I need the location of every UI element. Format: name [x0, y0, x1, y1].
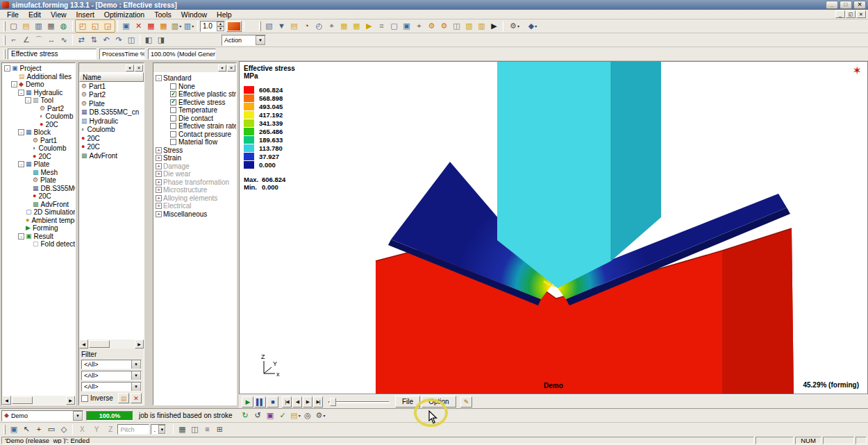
- option-button[interactable]: Option: [422, 396, 456, 408]
- loop-icon[interactable]: ↺: [252, 410, 265, 421]
- dock-button[interactable]: ▾: [218, 65, 226, 72]
- expander-icon[interactable]: [18, 209, 24, 215]
- tree-item[interactable]: ▦ DB.S355MC_: [2, 185, 75, 193]
- expander-icon[interactable]: [25, 153, 31, 160]
- filter-combo[interactable]: <All> ▼: [81, 360, 142, 369]
- chevron-down-icon[interactable]: ▼: [73, 411, 83, 421]
- expander-icon[interactable]: [32, 121, 38, 128]
- close-view-icon[interactable]: ✕: [133, 20, 145, 32]
- play-button[interactable]: ▶: [242, 396, 253, 408]
- expander-icon[interactable]: [162, 107, 169, 113]
- menu-item[interactable]: Tools: [149, 10, 176, 19]
- model-state-combo[interactable]: 100.00% (Model Generate ▼: [148, 49, 216, 60]
- tree-item[interactable]: + Electrical: [153, 202, 236, 210]
- expander-icon[interactable]: -: [11, 81, 17, 87]
- grid-icon[interactable]: ▦: [176, 423, 188, 435]
- tree-item[interactable]: ◐ Coulomb: [2, 112, 75, 121]
- menu-item[interactable]: Insert: [72, 10, 99, 19]
- filter-folder-button[interactable]: ▤: [118, 393, 129, 403]
- expander-icon[interactable]: [25, 241, 31, 247]
- expander-icon[interactable]: [25, 145, 31, 151]
- tree-item[interactable]: - ▦ Plate: [2, 160, 75, 169]
- tree-item[interactable]: Material flow: [153, 138, 236, 146]
- expander-icon[interactable]: +: [156, 187, 162, 193]
- report-red-icon[interactable]: ▦: [145, 20, 158, 32]
- flag-icon[interactable]: ▶: [363, 20, 376, 32]
- scroll-left-icon[interactable]: ◀: [79, 339, 88, 349]
- toolbar-grip[interactable]: [3, 49, 6, 59]
- annotate-button[interactable]: ✎: [460, 396, 472, 408]
- select-rect-icon[interactable]: ◰: [76, 20, 89, 32]
- expander-icon[interactable]: +: [156, 203, 162, 209]
- tree-item[interactable]: ▢ Fold detectio: [2, 240, 75, 249]
- process-time-combo[interactable]: ProcessTime % ▼: [99, 49, 145, 60]
- tree-item[interactable]: ✓ Effective stress: [153, 99, 236, 107]
- align-icon[interactable]: ≡: [201, 423, 213, 435]
- list-item[interactable]: ● 20C: [79, 143, 144, 152]
- angle-icon[interactable]: ∠: [20, 34, 33, 46]
- simulation-combo[interactable]: ◆ Demo ▼: [1, 410, 83, 421]
- report-yellow-icon[interactable]: ▦: [338, 20, 351, 32]
- tree-item[interactable]: Die contact: [153, 115, 236, 123]
- tree-item[interactable]: + Damage: [153, 162, 236, 171]
- expander-icon[interactable]: [162, 83, 169, 90]
- expander-icon[interactable]: [162, 131, 169, 137]
- diamond-icon[interactable]: ◇: [58, 423, 70, 435]
- tree-item[interactable]: - Standard: [153, 74, 236, 83]
- layers-icon[interactable]: ▣: [265, 410, 277, 421]
- step-back-button[interactable]: ◀: [292, 396, 302, 408]
- list-item[interactable]: ▦ DB.S355MC_cn: [79, 108, 144, 117]
- expander-icon[interactable]: -: [18, 233, 24, 240]
- expander-icon[interactable]: [11, 74, 17, 80]
- flip-vertical-icon[interactable]: ⇅: [87, 34, 100, 46]
- mdi-restore-button[interactable]: ◱: [846, 10, 856, 18]
- expander-icon[interactable]: [32, 106, 38, 112]
- gear-icon[interactable]: ⚙▾: [315, 410, 327, 421]
- list-item[interactable]: ◐ Coulomb: [79, 126, 144, 135]
- zoom-stepper[interactable]: 1.0 ▲▼: [200, 21, 225, 32]
- expander-icon[interactable]: [162, 99, 169, 106]
- probe-icon[interactable]: ⌖: [326, 20, 338, 32]
- expander-icon[interactable]: -: [4, 65, 10, 72]
- close-panel-button[interactable]: ✕: [227, 65, 235, 72]
- history-icon[interactable]: ◴: [313, 20, 326, 32]
- expander-icon[interactable]: [25, 185, 31, 192]
- expander-icon[interactable]: [18, 225, 24, 231]
- toolbar-grip[interactable]: [3, 35, 6, 45]
- tree-item[interactable]: ⚙ Part2: [2, 105, 75, 113]
- chevron-down-icon[interactable]: ▼: [158, 425, 165, 434]
- tree-item[interactable]: + Phase transformation: [153, 178, 236, 187]
- expander-icon[interactable]: [25, 169, 31, 176]
- scroll-right-icon[interactable]: ▶: [135, 339, 144, 349]
- tree-item[interactable]: + Miscellaneous: [153, 210, 236, 219]
- panel-icon[interactable]: ◫: [451, 20, 463, 32]
- snap-icon[interactable]: ⊞: [213, 423, 226, 435]
- menu-item[interactable]: File: [2, 10, 24, 19]
- tree-item[interactable]: - ▣ Project: [2, 65, 75, 73]
- tree-item[interactable]: ● 20C: [2, 121, 75, 129]
- timeline-slider[interactable]: [328, 397, 390, 407]
- chevron-down-icon[interactable]: ▼: [256, 35, 265, 45]
- tree-item[interactable]: ● Ambient tempe: [2, 217, 75, 225]
- section-icon[interactable]: ◧: [142, 34, 155, 46]
- expander-icon[interactable]: [18, 217, 24, 224]
- punch-side[interactable]: [611, 62, 661, 261]
- tree-item[interactable]: - ▦ Block: [2, 128, 75, 137]
- tree-item[interactable]: ◐ Coulomb: [2, 144, 75, 153]
- toolbar-grip[interactable]: [3, 22, 6, 31]
- arc-icon[interactable]: ⌒: [33, 34, 45, 46]
- color-swatch-button[interactable]: [226, 21, 242, 32]
- expander-icon[interactable]: +: [156, 147, 162, 153]
- cursor-icon[interactable]: ↖: [20, 423, 33, 435]
- expander-icon[interactable]: +: [156, 179, 162, 185]
- menu-item[interactable]: View: [46, 10, 72, 19]
- rotate-left-icon[interactable]: ↶: [100, 34, 112, 46]
- clip-plane-icon[interactable]: ◨: [155, 34, 167, 46]
- tree-item[interactable]: Effective strain rate: [153, 122, 236, 131]
- list-icon[interactable]: ≡: [376, 20, 388, 32]
- name-column-header[interactable]: Name: [79, 72, 144, 82]
- tree-item[interactable]: ✓ Effective plastic strain: [153, 90, 236, 99]
- filter-icon[interactable]: ▼: [276, 20, 288, 32]
- tree-item[interactable]: None: [153, 83, 236, 91]
- step-forward-button[interactable]: ▶: [303, 396, 312, 408]
